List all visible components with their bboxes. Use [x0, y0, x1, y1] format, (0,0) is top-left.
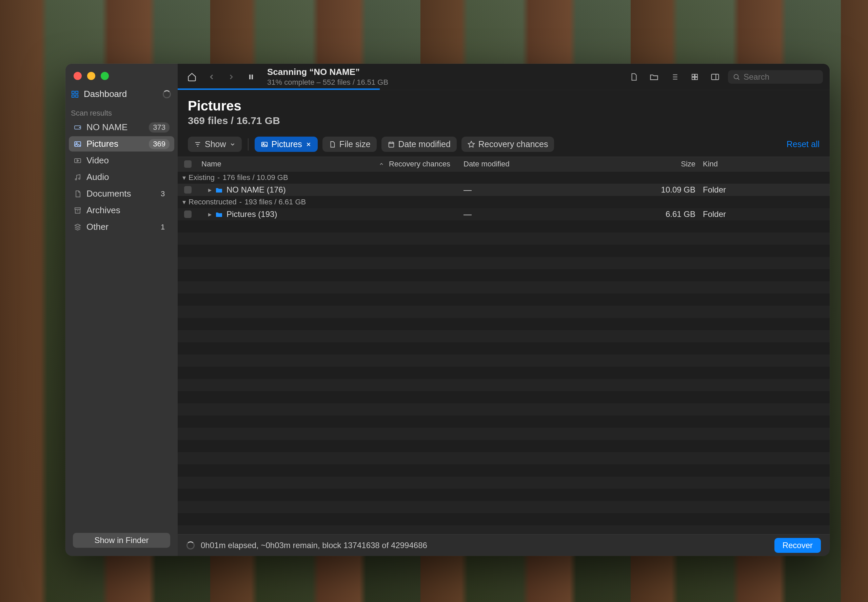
- search-field[interactable]: [728, 70, 823, 84]
- pause-button[interactable]: [243, 69, 258, 84]
- archive-icon: [74, 206, 82, 215]
- svg-rect-23: [389, 142, 394, 147]
- page-title: Pictures: [188, 98, 819, 114]
- count-badge: 1: [156, 223, 169, 232]
- calendar-icon: [387, 141, 395, 148]
- sidebar-item-pictures[interactable]: Pictures 369: [69, 136, 174, 152]
- grid-icon: [71, 90, 79, 98]
- results-table: Name Recovery chances Date modified Size…: [178, 157, 830, 534]
- svg-rect-1: [75, 91, 78, 94]
- spinner-icon: [163, 90, 171, 98]
- svg-rect-16: [695, 74, 697, 77]
- file-size-filter-button[interactable]: File size: [323, 137, 377, 152]
- row-checkbox[interactable]: [184, 210, 192, 218]
- recovery-chances-filter-button[interactable]: Recovery chances: [461, 137, 555, 152]
- filter-icon: [194, 141, 201, 148]
- sidebar-item-archives[interactable]: Archives: [69, 203, 174, 218]
- chevron-right-icon[interactable]: ▸: [208, 186, 212, 194]
- date-modified-filter-button[interactable]: Date modified: [381, 137, 457, 152]
- sidebar-item-video[interactable]: Video: [69, 153, 174, 168]
- column-date[interactable]: Date modified: [464, 160, 596, 169]
- image-icon: [261, 141, 268, 148]
- scan-status: Scanning “NO NAME” 31% complete – 552 fi…: [267, 67, 388, 87]
- video-icon: [74, 157, 82, 165]
- group-header-reconstructed[interactable]: ▾ Reconstructed - 193 files / 6.61 GB: [178, 196, 830, 208]
- sidebar-item-audio[interactable]: Audio: [69, 169, 174, 185]
- svg-point-10: [79, 178, 80, 179]
- app-window: Dashboard Scan results NO NAME 373 Pictu…: [65, 64, 830, 556]
- minimize-window-button[interactable]: [87, 72, 95, 80]
- table-row[interactable]: ▸ Pictures (193) — 6.61 GB Folder: [178, 208, 830, 220]
- group-header-existing[interactable]: ▾ Existing - 176 files / 10.09 GB: [178, 172, 830, 184]
- pictures-filter-label: Pictures: [272, 139, 302, 149]
- show-filter-button[interactable]: Show: [188, 137, 242, 152]
- svg-rect-2: [72, 95, 74, 97]
- column-recovery[interactable]: Recovery chances: [389, 160, 464, 169]
- close-window-button[interactable]: [74, 72, 82, 80]
- svg-rect-0: [72, 91, 74, 94]
- sidebar-item-label: NO NAME: [86, 122, 128, 132]
- page-header: Pictures 369 files / 16.71 GB: [178, 90, 830, 130]
- chevron-down-icon: ▾: [183, 198, 186, 206]
- disk-icon: [74, 123, 82, 132]
- forward-button[interactable]: [224, 69, 239, 84]
- empty-table-area: [178, 220, 830, 534]
- close-icon[interactable]: [306, 141, 312, 147]
- sidebar-item-other[interactable]: Other 1: [69, 219, 174, 235]
- list-view-button[interactable]: [667, 69, 682, 84]
- svg-point-20: [734, 74, 739, 78]
- filter-bar: Show Pictures File size: [178, 130, 830, 157]
- reset-all-button[interactable]: Reset all: [787, 139, 819, 149]
- sidebar-item-noname[interactable]: NO NAME 373: [69, 120, 174, 135]
- row-date: —: [464, 185, 596, 195]
- other-icon: [74, 223, 82, 231]
- pictures-filter-chip[interactable]: Pictures: [255, 137, 318, 152]
- audio-icon: [74, 173, 82, 181]
- document-icon: [74, 190, 82, 198]
- scan-subtitle: 31% complete – 552 files / 16.51 GB: [267, 78, 388, 87]
- sidebar-item-label: Pictures: [86, 139, 118, 149]
- dashboard-label: Dashboard: [84, 89, 127, 99]
- fullscreen-window-button[interactable]: [101, 72, 109, 80]
- svg-rect-17: [692, 77, 694, 80]
- table-row[interactable]: ▸ NO NAME (176) — 10.09 GB Folder: [178, 184, 830, 196]
- column-name[interactable]: Name: [198, 160, 389, 169]
- date-modified-filter-label: Date modified: [398, 139, 451, 149]
- search-icon: [733, 73, 740, 81]
- select-all-checkbox[interactable]: [178, 160, 198, 168]
- grid-view-button[interactable]: [687, 69, 702, 84]
- svg-rect-15: [692, 74, 694, 77]
- svg-rect-14: [252, 75, 253, 79]
- home-button[interactable]: [184, 69, 200, 84]
- row-checkbox[interactable]: [184, 186, 192, 194]
- row-name: NO NAME (176): [226, 185, 286, 195]
- count-badge: 3: [156, 189, 169, 198]
- star-icon: [467, 141, 475, 148]
- search-input[interactable]: [744, 72, 818, 82]
- sidebar-footer: Show in Finder: [65, 526, 178, 556]
- page-subtitle: 369 files / 16.71 GB: [188, 115, 819, 126]
- column-size[interactable]: Size: [596, 160, 701, 169]
- panel-toggle-button[interactable]: [708, 69, 722, 84]
- file-icon-button[interactable]: [626, 69, 641, 84]
- chevron-right-icon[interactable]: ▸: [208, 210, 212, 218]
- sidebar-item-label: Archives: [86, 205, 120, 216]
- column-kind[interactable]: Kind: [701, 160, 830, 169]
- scan-title: Scanning “NO NAME”: [267, 67, 388, 77]
- back-button[interactable]: [204, 69, 219, 84]
- file-size-filter-label: File size: [340, 139, 370, 149]
- show-in-finder-button[interactable]: Show in Finder: [73, 533, 170, 548]
- toolbar: Scanning “NO NAME” 31% complete – 552 fi…: [178, 64, 830, 90]
- svg-rect-19: [712, 74, 719, 79]
- row-date: —: [464, 209, 596, 219]
- svg-point-5: [79, 127, 80, 128]
- status-bar: 0h01m elapsed, ~0h03m remain, block 1374…: [178, 534, 830, 556]
- recover-button[interactable]: Recover: [774, 538, 821, 553]
- sidebar-item-documents[interactable]: Documents 3: [69, 186, 174, 201]
- recovery-chances-filter-label: Recovery chances: [478, 139, 548, 149]
- dashboard-nav[interactable]: Dashboard: [65, 83, 178, 105]
- row-kind: Folder: [701, 209, 830, 219]
- count-badge: 369: [149, 139, 169, 149]
- folder-icon-button[interactable]: [647, 69, 662, 84]
- sidebar-item-label: Video: [86, 155, 109, 166]
